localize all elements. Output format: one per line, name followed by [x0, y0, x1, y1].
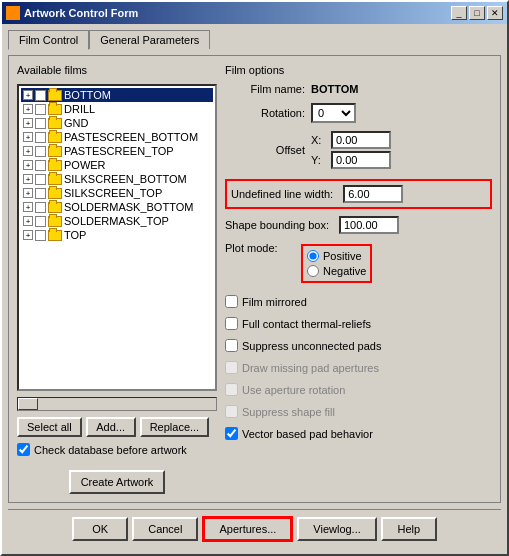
title-bar: Artwork Control Form _ □ ✕ — [2, 2, 507, 24]
film-mirrored-checkbox[interactable] — [225, 295, 238, 308]
tree-label: BOTTOM — [64, 89, 111, 101]
draw-missing-checkbox[interactable] — [225, 361, 238, 374]
tree-checkbox[interactable] — [35, 188, 46, 199]
tree-checkbox[interactable] — [35, 230, 46, 241]
tab-general-parameters[interactable]: General Parameters — [89, 30, 210, 49]
available-films-label: Available films — [17, 64, 217, 76]
tree-checkbox[interactable] — [35, 104, 46, 115]
offset-x-input[interactable] — [331, 131, 391, 149]
expand-icon[interactable]: + — [23, 118, 33, 128]
film-name-value: BOTTOM — [311, 83, 358, 95]
tree-checkbox[interactable] — [35, 146, 46, 157]
plot-mode-label: Plot mode: — [225, 242, 295, 254]
tree-checkbox[interactable] — [35, 216, 46, 227]
radio-positive-label: Positive — [323, 250, 362, 262]
use-aperture-checkbox[interactable] — [225, 383, 238, 396]
tree-item-silkscreen-bottom[interactable]: + SILKSCREEN_BOTTOM — [21, 172, 213, 186]
expand-icon[interactable]: + — [23, 104, 33, 114]
suppress-unconnected-row: Suppress unconnected pads — [225, 339, 492, 352]
radio-negative[interactable] — [307, 265, 319, 277]
film-mirrored-row: Film mirrored — [225, 295, 492, 308]
expand-icon[interactable]: + — [23, 90, 33, 100]
undefined-line-width-input[interactable] — [343, 185, 403, 203]
tree-item-pastescreen-top[interactable]: + PASTESCREEN_TOP — [21, 144, 213, 158]
vector-based-checkbox[interactable] — [225, 427, 238, 440]
film-tree[interactable]: + BOTTOM + DRILL + — [17, 84, 217, 391]
offset-y-row: Y: — [311, 151, 391, 169]
tree-item-top[interactable]: + TOP — [21, 228, 213, 242]
rotation-select[interactable]: 0 90 180 270 — [311, 103, 356, 123]
tree-item-pastescreen-bottom[interactable]: + PASTESCREEN_BOTTOM — [21, 130, 213, 144]
viewlog-button[interactable]: Viewlog... — [297, 517, 377, 541]
tree-label: DRILL — [64, 103, 95, 115]
check-db-checkbox[interactable] — [17, 443, 30, 456]
close-button[interactable]: ✕ — [487, 6, 503, 20]
expand-icon[interactable]: + — [23, 202, 33, 212]
cancel-button[interactable]: Cancel — [132, 517, 198, 541]
expand-icon[interactable]: + — [23, 230, 33, 240]
app-icon — [6, 6, 20, 20]
tree-label: PASTESCREEN_BOTTOM — [64, 131, 198, 143]
form-content: Film Control General Parameters Availabl… — [2, 24, 507, 554]
tree-checkbox[interactable] — [35, 174, 46, 185]
shape-bounding-input[interactable] — [339, 216, 399, 234]
ok-button[interactable]: OK — [72, 517, 128, 541]
undefined-line-width-row: Undefined line width: — [231, 185, 486, 203]
apertures-button[interactable]: Apertures... — [202, 516, 293, 542]
tree-checkbox[interactable] — [35, 202, 46, 213]
right-panel: Film options Film name: BOTTOM Rotation:… — [225, 64, 492, 494]
radio-negative-row: Negative — [307, 265, 366, 277]
tree-item-gnd[interactable]: + GND — [21, 116, 213, 130]
maximize-button[interactable]: □ — [469, 6, 485, 20]
offset-y-input[interactable] — [331, 151, 391, 169]
use-aperture-row: Use aperture rotation — [225, 383, 492, 396]
tree-checkbox[interactable] — [35, 132, 46, 143]
expand-icon[interactable]: + — [23, 188, 33, 198]
folder-icon — [48, 216, 62, 227]
add-button[interactable]: Add... — [86, 417, 136, 437]
tree-item-silkscreen-top[interactable]: + SILKSCREEN_TOP — [21, 186, 213, 200]
select-all-button[interactable]: Select all — [17, 417, 82, 437]
tree-checkbox[interactable] — [35, 118, 46, 129]
suppress-shape-checkbox[interactable] — [225, 405, 238, 418]
undefined-line-width-label: Undefined line width: — [231, 188, 333, 200]
create-artwork-button[interactable]: Create Artwork — [69, 470, 166, 494]
folder-icon — [48, 146, 62, 157]
suppress-unconnected-label: Suppress unconnected pads — [242, 340, 381, 352]
tree-item-soldermask-top[interactable]: + SOLDERMASK_TOP — [21, 214, 213, 228]
full-contact-row: Full contact thermal-reliefs — [225, 317, 492, 330]
suppress-unconnected-checkbox[interactable] — [225, 339, 238, 352]
minimize-button[interactable]: _ — [451, 6, 467, 20]
scrollbar-thumb[interactable] — [18, 398, 38, 410]
tree-item-soldermask-bottom[interactable]: + SOLDERMASK_BOTTOM — [21, 200, 213, 214]
title-buttons: _ □ ✕ — [451, 6, 503, 20]
expand-icon[interactable]: + — [23, 132, 33, 142]
tab-film-control[interactable]: Film Control — [8, 30, 89, 50]
tree-label: PASTESCREEN_TOP — [64, 145, 174, 157]
tree-item-drill[interactable]: + DRILL — [21, 102, 213, 116]
offset-label: Offset — [225, 144, 305, 156]
suppress-shape-label: Suppress shape fill — [242, 406, 335, 418]
help-button[interactable]: Help — [381, 517, 437, 541]
film-mirrored-label: Film mirrored — [242, 296, 307, 308]
film-name-row: Film name: BOTTOM — [225, 83, 492, 95]
tree-label: SILKSCREEN_TOP — [64, 187, 162, 199]
tree-buttons: Select all Add... Replace... — [17, 417, 217, 437]
tree-item-power[interactable]: + POWER — [21, 158, 213, 172]
tree-scrollbar[interactable] — [17, 397, 217, 411]
replace-button[interactable]: Replace... — [140, 417, 210, 437]
tree-item-bottom[interactable]: + BOTTOM — [21, 88, 213, 102]
folder-icon — [48, 118, 62, 129]
folder-icon — [48, 160, 62, 171]
tabs: Film Control General Parameters — [8, 30, 501, 49]
tree-checkbox[interactable] — [35, 90, 46, 101]
expand-icon[interactable]: + — [23, 216, 33, 226]
tree-checkbox[interactable] — [35, 160, 46, 171]
radio-positive[interactable] — [307, 250, 319, 262]
expand-icon[interactable]: + — [23, 174, 33, 184]
expand-icon[interactable]: + — [23, 146, 33, 156]
rotation-label: Rotation: — [225, 107, 305, 119]
draw-missing-row: Draw missing pad apertures — [225, 361, 492, 374]
expand-icon[interactable]: + — [23, 160, 33, 170]
full-contact-checkbox[interactable] — [225, 317, 238, 330]
